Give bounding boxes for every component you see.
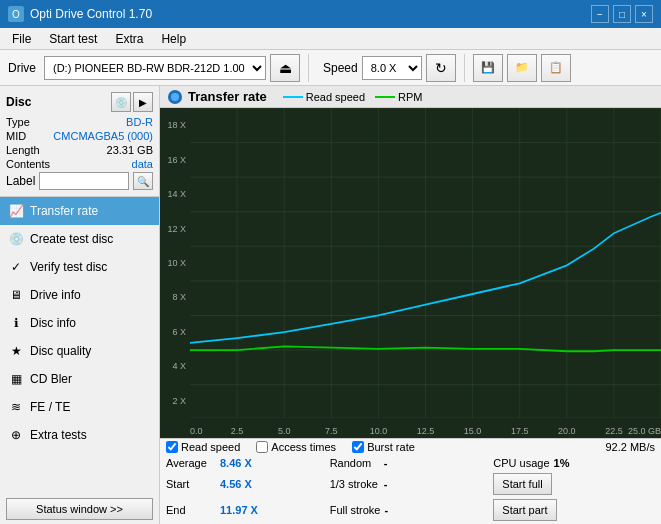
nav-verify-test-label: Verify test disc [30,260,107,274]
disc-info-icon: ℹ [8,315,24,331]
disc-icon-btn-2[interactable]: ▶ [133,92,153,112]
chart-header: Transfer rate Read speed RPM [160,86,661,108]
type-value: BD-R [126,116,153,128]
y-label-16: 16 X [167,155,186,165]
transfer-rate-icon: 📈 [8,203,24,219]
close-button[interactable]: × [635,5,653,23]
drive-info-icon: 🖥 [8,287,24,303]
nav-transfer-rate[interactable]: 📈 Transfer rate [0,197,159,225]
speed-select[interactable]: 8.0 X [362,56,422,80]
x-label-15: 15.0 [464,426,482,436]
status-window-button[interactable]: Status window >> [6,498,153,520]
start-label: Start [166,478,216,490]
menu-extra[interactable]: Extra [107,30,151,48]
disc-icon-btn-1[interactable]: 💿 [111,92,131,112]
disc-section: Disc 💿 ▶ Type BD-R MID CMCMAGBA5 (000) L… [0,86,159,197]
stat-end: End 11.97 X [166,498,328,522]
read-speed-checkbox[interactable]: Read speed [166,441,240,453]
label-search-button[interactable]: 🔍 [133,172,153,190]
stroke-1-3-value: - [384,478,429,490]
end-label: End [166,504,216,516]
create-test-icon: 💿 [8,231,24,247]
y-label-12: 12 X [167,224,186,234]
x-label-25: 25.0 GB [628,426,661,436]
disc-quality-icon: ★ [8,343,24,359]
drive-select[interactable]: (D:) PIONEER BD-RW BDR-212D 1.00 [44,56,266,80]
mid-value: CMCMAGBA5 (000) [53,130,153,142]
access-times-checkbox-label: Access times [271,441,336,453]
stroke-1-3-label: 1/3 stroke [330,478,380,490]
minimize-button[interactable]: − [591,5,609,23]
nav-disc-info[interactable]: ℹ Disc info [0,309,159,337]
chart-icon [168,90,182,104]
main-content: Disc 💿 ▶ Type BD-R MID CMCMAGBA5 (000) L… [0,86,661,524]
nav-fe-te[interactable]: ≋ FE / TE [0,393,159,421]
random-value: - [384,457,429,469]
read-speed-checkbox-input[interactable] [166,441,178,453]
refresh-button[interactable]: ↻ [426,54,456,82]
drive-label: Drive [4,61,40,75]
nav-section: 📈 Transfer rate 💿 Create test disc ✓ Ver… [0,197,159,494]
chart-footer: Read speed Access times Burst rate 92.2 … [160,438,661,524]
maximize-button[interactable]: □ [613,5,631,23]
rpm-legend-label: RPM [398,91,422,103]
average-value: 8.46 X [220,457,265,469]
copy-button[interactable]: 📋 [541,54,571,82]
nav-drive-info[interactable]: 🖥 Drive info [0,281,159,309]
burst-rate-checkbox-input[interactable] [352,441,364,453]
open-button[interactable]: 📁 [507,54,537,82]
x-label-2_5: 2.5 [231,426,244,436]
nav-create-test-label: Create test disc [30,232,113,246]
nav-disc-quality-label: Disc quality [30,344,91,358]
chart-container: 18 X 16 X 14 X 12 X 10 X 8 X 6 X 4 X 2 X [160,108,661,438]
menu-file[interactable]: File [4,30,39,48]
chart-svg [190,108,661,418]
menu-help[interactable]: Help [153,30,194,48]
y-label-8: 8 X [172,292,186,302]
x-label-10: 10.0 [370,426,388,436]
y-label-10: 10 X [167,258,186,268]
start-part-row: Start part [493,498,655,522]
contents-label: Contents [6,158,50,170]
read-speed-legend-label: Read speed [306,91,365,103]
menu-start-test[interactable]: Start test [41,30,105,48]
x-label-20: 20.0 [558,426,576,436]
nav-cd-bler-label: CD Bler [30,372,72,386]
y-label-2: 2 X [172,396,186,406]
nav-fe-te-label: FE / TE [30,400,70,414]
start-full-button[interactable]: Start full [493,473,551,495]
stat-average: Average 8.46 X [166,456,328,470]
full-stroke-label: Full stroke [330,504,381,516]
access-times-checkbox[interactable]: Access times [256,441,336,453]
save-button[interactable]: 💾 [473,54,503,82]
nav-create-test-disc[interactable]: 💿 Create test disc [0,225,159,253]
app-icon: O [8,6,24,22]
separator-1 [308,54,309,82]
burst-rate-checkbox[interactable]: Burst rate [352,441,415,453]
full-stroke-value: - [384,504,429,516]
nav-extra-tests-label: Extra tests [30,428,87,442]
y-axis: 18 X 16 X 14 X 12 X 10 X 8 X 6 X 4 X 2 X [160,108,190,418]
nav-extra-tests[interactable]: ⊕ Extra tests [0,421,159,449]
chart-area: Transfer rate Read speed RPM 18 X 16 X 1… [160,86,661,524]
x-label-5: 5.0 [278,426,291,436]
length-label: Length [6,144,40,156]
cd-bler-icon: ▦ [8,371,24,387]
fe-te-icon: ≋ [8,399,24,415]
chart-title: Transfer rate [188,89,267,104]
label-input[interactable] [39,172,129,190]
verify-test-icon: ✓ [8,259,24,275]
nav-disc-quality[interactable]: ★ Disc quality [0,337,159,365]
y-label-18: 18 X [167,120,186,130]
burst-rate-value: 92.2 MB/s [605,441,655,453]
length-value: 23.31 GB [107,144,153,156]
eject-button[interactable]: ⏏ [270,54,300,82]
read-speed-color [283,96,303,98]
access-times-checkbox-input[interactable] [256,441,268,453]
start-part-button[interactable]: Start part [493,499,556,521]
nav-verify-test-disc[interactable]: ✓ Verify test disc [0,253,159,281]
nav-cd-bler[interactable]: ▦ CD Bler [0,365,159,393]
type-label: Type [6,116,30,128]
average-label: Average [166,457,216,469]
stat-1-3-stroke: 1/3 stroke - [330,472,492,496]
